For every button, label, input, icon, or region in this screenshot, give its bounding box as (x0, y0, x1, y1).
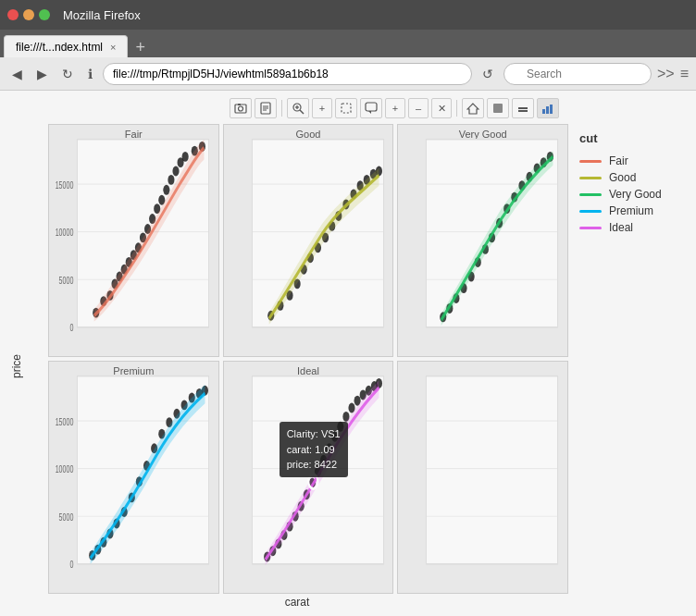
svg-rect-15 (493, 104, 503, 113)
refresh-button[interactable]: ↻ (57, 64, 78, 84)
svg-point-44 (163, 185, 169, 195)
legend-item-fair: Fair (579, 154, 677, 167)
plot-toolbar: + + – ✕ (7, 98, 689, 118)
legend-item-good: Good (579, 171, 677, 184)
svg-point-46 (172, 166, 179, 177)
maximize-button[interactable] (39, 9, 50, 20)
legend-title: cut (579, 131, 677, 145)
save-button[interactable] (255, 98, 277, 118)
legend-item-verygood: Very Good (579, 188, 677, 201)
url-bar[interactable] (103, 63, 472, 85)
chart-fair: 0 5000 10000 15000 (49, 125, 218, 356)
legend: cut Fair Good Very Good Premium Ideal (568, 124, 689, 609)
home-button[interactable] (462, 98, 484, 118)
svg-rect-2 (238, 104, 241, 105)
pan-button[interactable]: + (312, 98, 332, 118)
bar-chart-button[interactable] (537, 98, 559, 118)
svg-text:5000: 5000 (59, 275, 74, 286)
legend-line-ideal (579, 227, 602, 229)
window-title: Mozilla Firefox (63, 8, 141, 22)
toolbar-separator-2 (456, 100, 457, 117)
content-area: + + – ✕ price (0, 91, 696, 616)
svg-rect-146 (427, 376, 558, 564)
svg-rect-11 (342, 104, 351, 113)
svg-rect-20 (550, 105, 553, 114)
svg-rect-19 (546, 106, 549, 114)
chart-empty (398, 362, 567, 593)
legend-line-premium (579, 210, 602, 213)
panel-empty (397, 361, 568, 594)
y-axis-label: price (10, 354, 23, 378)
svg-text:15000: 15000 (56, 416, 74, 427)
chart-verygood (398, 125, 567, 356)
tab-close-button[interactable]: × (110, 42, 116, 53)
panel-verygood: Very Good (397, 124, 568, 357)
navbar: ◀ ▶ ↻ ℹ ↺ 🔍 >> ≡ (0, 57, 696, 91)
tooltip-button[interactable] (360, 98, 382, 118)
svg-rect-0 (235, 105, 246, 113)
info-button[interactable]: ℹ (83, 64, 97, 84)
svg-text:10000: 10000 (56, 464, 74, 475)
add-trace-button[interactable]: + (385, 98, 405, 118)
plots-grid: Fair 0 5000 10000 15000 (48, 124, 568, 594)
tabbar: file:///t...ndex.html × + (0, 30, 696, 57)
legend-label-fair: Fair (609, 154, 628, 167)
legend-item-ideal: Ideal (579, 221, 677, 234)
search-wrapper: 🔍 (503, 63, 652, 85)
svg-rect-12 (366, 103, 377, 111)
legend-label-good: Good (609, 171, 636, 184)
zoom-in-button[interactable] (287, 98, 309, 118)
close-button[interactable] (7, 9, 19, 20)
svg-rect-18 (542, 109, 545, 114)
svg-point-1 (239, 106, 243, 111)
x-axis-label: carat (26, 596, 568, 609)
shape-button[interactable] (487, 98, 509, 118)
select-rect-button[interactable] (335, 98, 357, 118)
svg-text:0: 0 (69, 323, 73, 334)
svg-point-45 (168, 175, 174, 185)
panel-premium: Premium 0 5000 10000 15000 (48, 361, 219, 594)
minimize-button[interactable] (23, 9, 34, 20)
legend-line-good (579, 177, 602, 179)
tab-active[interactable]: file:///t...ndex.html × (4, 35, 128, 57)
svg-text:0: 0 (69, 560, 73, 571)
legend-line-verygood (579, 193, 602, 196)
extra-button[interactable]: >> (657, 66, 675, 82)
tab-label: file:///t...ndex.html (16, 41, 103, 54)
chart-premium: 0 5000 10000 15000 (49, 362, 218, 593)
menu-button[interactable]: ≡ (680, 66, 689, 82)
svg-text:5000: 5000 (59, 511, 74, 523)
close-button[interactable]: ✕ (431, 98, 452, 118)
legend-item-premium: Premium (579, 204, 677, 217)
chart-good (224, 125, 393, 356)
svg-text:10000: 10000 (56, 228, 74, 239)
toolbar-separator-1 (281, 100, 282, 117)
reload-button[interactable]: ↺ (478, 64, 498, 84)
legend-label-ideal: Ideal (609, 221, 633, 234)
new-tab-button[interactable]: + (131, 38, 149, 57)
remove-trace-button[interactable]: – (408, 98, 429, 118)
line-button[interactable] (512, 98, 534, 118)
legend-label-premium: Premium (609, 204, 653, 217)
titlebar: Mozilla Firefox (0, 0, 696, 30)
plot-container: price Fair 0 5000 (7, 124, 689, 609)
panel-ideal: Ideal (223, 361, 394, 594)
legend-label-verygood: Very Good (609, 188, 662, 201)
svg-marker-13 (368, 111, 371, 114)
search-input[interactable] (503, 63, 652, 85)
back-button[interactable]: ◀ (7, 64, 27, 84)
panel-good: Good (223, 124, 394, 357)
svg-text:15000: 15000 (56, 179, 74, 191)
panel-fair: Fair 0 5000 10000 15000 (48, 124, 219, 357)
svg-line-8 (300, 110, 304, 114)
chart-ideal (224, 362, 393, 593)
camera-button[interactable] (230, 98, 252, 118)
svg-marker-14 (467, 104, 478, 114)
forward-button[interactable]: ▶ (32, 64, 52, 84)
window-controls (7, 9, 50, 20)
svg-point-48 (182, 152, 189, 162)
legend-line-fair (579, 160, 602, 163)
